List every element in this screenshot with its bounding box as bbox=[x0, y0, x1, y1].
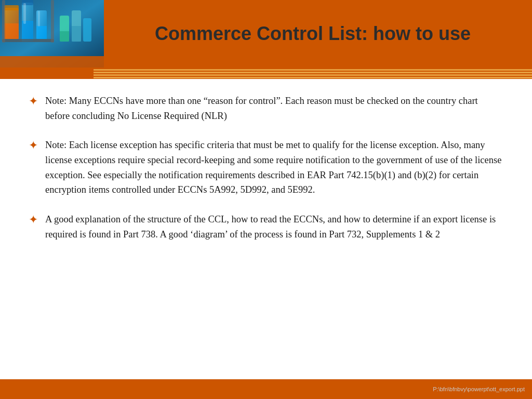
svg-rect-17 bbox=[23, 3, 26, 24]
main-content: ✦ Note: Many ECCNs have more than one “r… bbox=[0, 79, 532, 380]
svg-rect-18 bbox=[38, 11, 40, 26]
diamond-icon-1: ✦ bbox=[29, 95, 38, 108]
svg-rect-10 bbox=[2, 0, 5, 43]
svg-rect-16 bbox=[72, 26, 81, 42]
svg-rect-7 bbox=[22, 21, 33, 42]
bullet-text-1: Note: Many ECCNs have more than one “rea… bbox=[45, 94, 503, 123]
bullet-item-3: ✦ A good explanation of the structure of… bbox=[29, 212, 503, 242]
svg-rect-9 bbox=[2, 39, 54, 42]
diamond-icon-2: ✦ bbox=[29, 139, 38, 152]
bullet-item-2: ✦ Note: Each license exception has speci… bbox=[29, 138, 503, 197]
bullet-text-3: A good explanation of the structure of t… bbox=[45, 212, 503, 242]
page-title: Commerce Control List: how to use bbox=[94, 23, 532, 45]
bullet-item-1: ✦ Note: Many ECCNs have more than one “r… bbox=[29, 94, 503, 123]
bullet-text-2: Note: Each license exception has specifi… bbox=[45, 138, 503, 197]
footer: P:\bfn\bfnbvy\powerpt\ott_export.ppt bbox=[0, 379, 532, 399]
diamond-icon-3: ✦ bbox=[29, 213, 38, 227]
svg-rect-11 bbox=[51, 0, 54, 43]
header-image bbox=[0, 0, 104, 68]
svg-rect-14 bbox=[83, 18, 91, 42]
decorative-stripes bbox=[0, 68, 532, 79]
svg-rect-19 bbox=[0, 56, 104, 68]
header: Commerce Control List: how to use bbox=[0, 0, 532, 68]
svg-rect-2 bbox=[4, 5, 19, 10]
svg-rect-15 bbox=[60, 31, 69, 42]
svg-rect-8 bbox=[36, 26, 47, 39]
svg-rect-6 bbox=[4, 23, 19, 39]
footer-filename: P:\bfn\bfnbvy\powerpt\ott_export.ppt bbox=[433, 386, 525, 392]
